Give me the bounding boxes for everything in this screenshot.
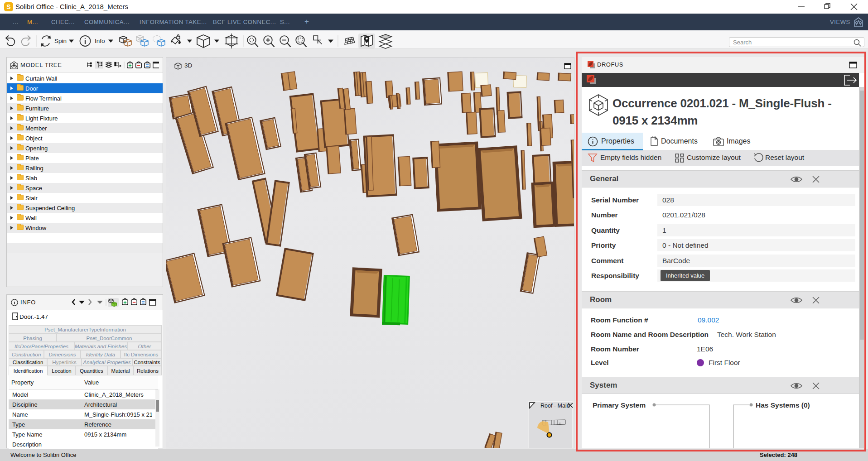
svg-text:Info: Info xyxy=(95,38,105,44)
svg-text:Spin: Spin xyxy=(54,38,67,44)
svg-text:Roof - Main: Roof - Main xyxy=(540,403,570,409)
